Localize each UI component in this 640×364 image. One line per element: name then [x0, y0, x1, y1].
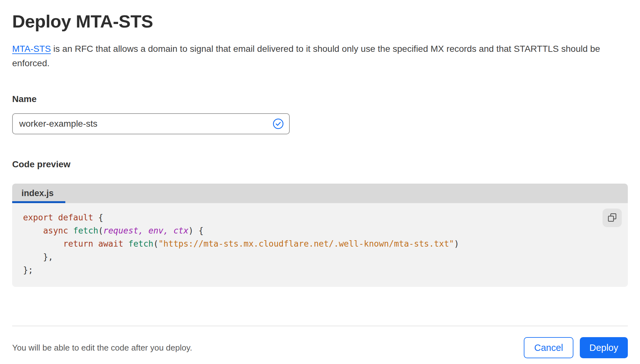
description-body: is an RFC that allows a domain to signal… — [12, 44, 600, 68]
footer: You will be able to edit the code after … — [12, 337, 628, 358]
copy-icon — [607, 213, 617, 223]
code-line: return await fetch("https://mta-sts.mx.c… — [23, 237, 599, 250]
name-input-wrapper — [12, 113, 290, 134]
deploy-button[interactable]: Deploy — [580, 337, 628, 358]
code-tabbar: index.js — [12, 184, 628, 203]
check-circle-icon — [272, 118, 284, 130]
footer-note: You will be able to edit the code after … — [12, 343, 192, 353]
footer-divider — [12, 326, 628, 326]
description-text: MTA-STS is an RFC that allows a domain t… — [12, 42, 624, 71]
cancel-button[interactable]: Cancel — [524, 337, 573, 358]
name-label: Name — [12, 94, 628, 104]
code-preview-block: index.js export default { async fetch(re… — [12, 184, 628, 287]
page-title: Deploy MTA-STS — [12, 12, 628, 31]
mta-sts-link[interactable]: MTA-STS — [12, 44, 51, 54]
code-line: async fetch(request, env, ctx) { — [23, 224, 599, 237]
copy-button[interactable] — [603, 209, 622, 227]
code-line: export default { — [23, 211, 599, 224]
code-line: }; — [23, 264, 599, 277]
code-content: export default { async fetch(request, en… — [23, 211, 599, 277]
footer-actions: Cancel Deploy — [524, 337, 628, 358]
code-preview-label: Code preview — [12, 159, 628, 170]
tab-index-js[interactable]: index.js — [12, 184, 65, 203]
code-area: export default { async fetch(request, en… — [12, 203, 628, 287]
code-line: }, — [23, 250, 599, 264]
name-input[interactable] — [12, 113, 290, 134]
